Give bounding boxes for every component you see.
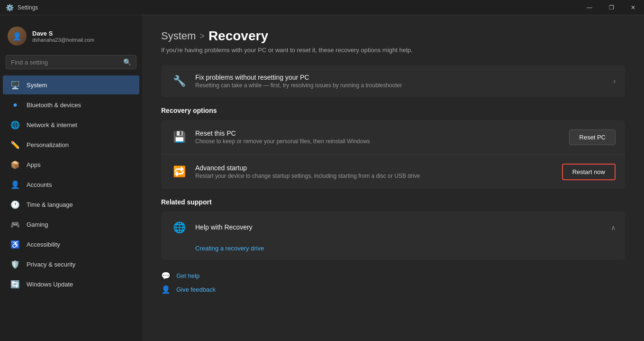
app-layout: 👤 Dave S dshanaha23@hotmail.com 🔍 🖥️ Sys… xyxy=(0,15,644,341)
time-icon: 🕐 xyxy=(10,200,20,209)
support-content: Creating a recovery drive xyxy=(161,244,625,260)
chevron-right-icon: › xyxy=(613,77,616,85)
fix-problems-item[interactable]: 🔧 Fix problems without resetting your PC… xyxy=(161,65,625,97)
sidebar-item-privacy[interactable]: 🛡️ Privacy & security xyxy=(3,255,139,274)
help-recovery-text: Help with Recovery xyxy=(195,223,603,232)
fix-problems-desc: Resetting can take a while — first, try … xyxy=(195,82,606,89)
accessibility-icon: ♿ xyxy=(10,240,20,249)
sidebar-item-accounts[interactable]: 👤 Accounts xyxy=(3,175,139,194)
breadcrumb-system[interactable]: System xyxy=(161,30,196,42)
fix-problems-title: Fix problems without resetting your PC xyxy=(195,74,606,81)
help-recovery-title: Help with Recovery xyxy=(195,223,603,231)
sidebar-item-label: Bluetooth & devices xyxy=(27,101,81,109)
sidebar-item-label: Accounts xyxy=(27,181,52,188)
sidebar-item-label: Network & internet xyxy=(27,121,77,129)
accounts-icon: 👤 xyxy=(10,180,20,189)
sidebar-item-apps[interactable]: 📦 Apps xyxy=(3,155,139,174)
fix-problems-icon: 🔧 xyxy=(171,73,188,90)
advanced-startup-row: 🔁 Advanced startup Restart your device t… xyxy=(161,154,625,189)
breadcrumb: System > Recovery xyxy=(161,28,625,44)
help-section: 💬 Get help 👤 Give feedback xyxy=(161,271,625,294)
sidebar-item-time[interactable]: 🕐 Time & language xyxy=(3,195,139,214)
restart-now-button[interactable]: Restart now xyxy=(562,164,616,180)
reset-pc-button[interactable]: Reset PC xyxy=(569,129,616,145)
apps-icon: 📦 xyxy=(10,160,20,169)
sidebar-item-label: Gaming xyxy=(27,221,48,228)
breadcrumb-arrow: > xyxy=(200,31,205,41)
reset-pc-title: Reset this PC xyxy=(195,129,562,137)
give-feedback-item[interactable]: 👤 Give feedback xyxy=(161,285,625,294)
search-input[interactable] xyxy=(11,59,119,66)
advanced-startup-title: Advanced startup xyxy=(195,164,554,172)
advanced-startup-desc: Restart your device to change startup se… xyxy=(195,173,554,179)
chevron-up-icon: ∧ xyxy=(611,224,616,231)
sidebar-item-network[interactable]: 🌐 Network & internet xyxy=(3,115,139,134)
minimize-button[interactable]: — xyxy=(579,0,600,15)
page-title: Recovery xyxy=(209,28,268,44)
fix-problems-card: 🔧 Fix problems without resetting your PC… xyxy=(161,65,625,97)
sidebar-item-label: Personalization xyxy=(27,141,69,148)
related-support-title: Related support xyxy=(161,198,625,206)
close-button[interactable]: ✕ xyxy=(622,0,644,15)
sidebar-item-accessibility[interactable]: ♿ Accessibility xyxy=(3,235,139,254)
settings-icon: ⚙️ xyxy=(6,4,14,11)
give-feedback-icon: 👤 xyxy=(161,285,171,294)
system-icon: 🖥️ xyxy=(10,80,20,90)
reset-pc-row: 💾 Reset this PC Choose to keep or remove… xyxy=(161,120,625,154)
sidebar-item-gaming[interactable]: 🎮 Gaming xyxy=(3,215,139,234)
bluetooth-icon: ● xyxy=(10,100,20,110)
sidebar-item-personalization[interactable]: ✏️ Personalization xyxy=(3,135,139,154)
give-feedback-link[interactable]: Give feedback xyxy=(176,286,216,293)
sidebar-item-bluetooth[interactable]: ● Bluetooth & devices xyxy=(3,95,139,114)
recovery-options-title: Recovery options xyxy=(161,107,625,114)
recovery-drive-link[interactable]: Creating a recovery drive xyxy=(195,245,264,252)
search-container: 🔍 xyxy=(0,55,142,75)
help-recovery-icon: 🌐 xyxy=(171,219,188,236)
support-card: 🌐 Help with Recovery ∧ Creating a recove… xyxy=(161,212,625,260)
get-help-link[interactable]: Get help xyxy=(176,272,200,279)
profile-name: Dave S xyxy=(32,30,94,37)
maximize-button[interactable]: ❐ xyxy=(600,0,622,15)
avatar: 👤 xyxy=(8,27,27,46)
gaming-icon: 🎮 xyxy=(10,220,20,229)
reset-pc-icon: 💾 xyxy=(171,129,188,146)
titlebar-controls: — ❐ ✕ xyxy=(579,0,644,15)
sidebar-item-label: System xyxy=(27,82,47,89)
sidebar-item-label: Time & language xyxy=(27,201,73,208)
search-icon: 🔍 xyxy=(123,58,131,66)
advanced-startup-icon: 🔁 xyxy=(171,163,188,180)
profile-email: dshanaha23@hotmail.com xyxy=(32,37,94,43)
page-subtitle: If you're having problems with your PC o… xyxy=(161,46,625,54)
reset-pc-desc: Choose to keep or remove your personal f… xyxy=(195,138,562,145)
network-icon: 🌐 xyxy=(10,120,20,129)
sidebar-item-label: Apps xyxy=(27,161,41,168)
titlebar-title: Settings xyxy=(18,4,38,11)
help-with-recovery-header[interactable]: 🌐 Help with Recovery ∧ xyxy=(161,212,625,244)
search-box[interactable]: 🔍 xyxy=(6,55,136,69)
privacy-icon: 🛡️ xyxy=(10,259,20,269)
get-help-item[interactable]: 💬 Get help xyxy=(161,271,625,280)
fix-problems-text: Fix problems without resetting your PC R… xyxy=(195,74,606,89)
personalization-icon: ✏️ xyxy=(10,140,20,149)
sidebar: 👤 Dave S dshanaha23@hotmail.com 🔍 🖥️ Sys… xyxy=(0,15,142,341)
sidebar-item-label: Accessibility xyxy=(27,241,60,248)
profile-section: 👤 Dave S dshanaha23@hotmail.com xyxy=(0,21,142,55)
main-content: System > Recovery If you're having probl… xyxy=(142,15,644,341)
windows-update-icon: 🔄 xyxy=(10,279,20,289)
profile-info: Dave S dshanaha23@hotmail.com xyxy=(32,30,94,43)
sidebar-item-system[interactable]: 🖥️ System xyxy=(3,75,139,94)
sidebar-item-windows-update[interactable]: 🔄 Windows Update xyxy=(3,275,139,294)
advanced-startup-text: Advanced startup Restart your device to … xyxy=(195,164,554,179)
reset-pc-text: Reset this PC Choose to keep or remove y… xyxy=(195,129,562,145)
recovery-options-card: 💾 Reset this PC Choose to keep or remove… xyxy=(161,120,625,189)
get-help-icon: 💬 xyxy=(161,271,171,280)
titlebar: ⚙️ Settings — ❐ ✕ xyxy=(0,0,644,15)
sidebar-item-label: Privacy & security xyxy=(27,261,75,268)
sidebar-item-label: Windows Update xyxy=(27,281,73,288)
